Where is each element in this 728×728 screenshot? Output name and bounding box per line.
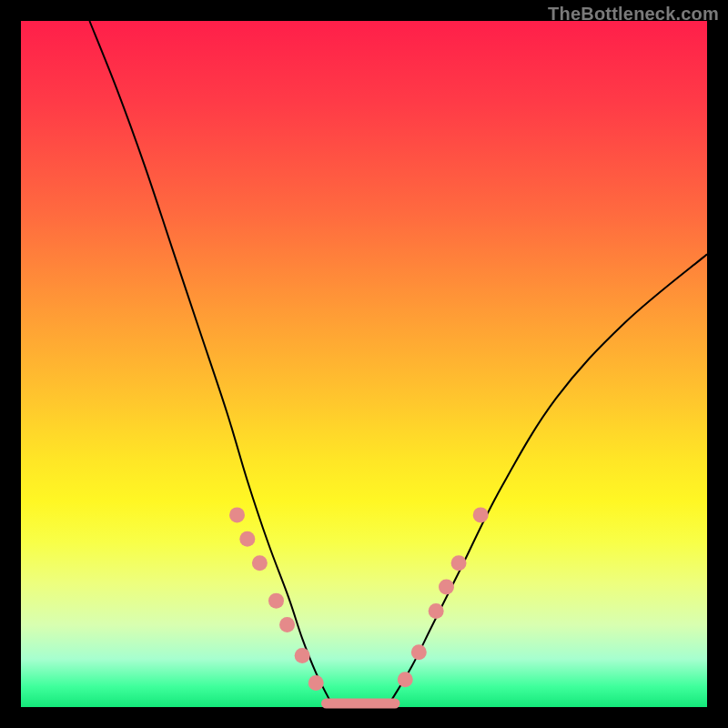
highlight-dot — [473, 507, 489, 522]
highlight-dot — [429, 603, 444, 619]
chart-svg — [21, 21, 707, 707]
curve-left-branch — [89, 21, 329, 700]
watermark-text: TheBottleneck.com — [548, 4, 719, 25]
highlight-dot — [411, 644, 427, 660]
curve-right-branch — [391, 254, 707, 700]
highlight-dot — [252, 555, 268, 571]
highlight-dot — [439, 580, 454, 595]
highlight-dot-group — [229, 507, 489, 691]
highlight-dot — [239, 531, 255, 547]
highlight-dot — [268, 593, 284, 609]
highlight-dot — [398, 672, 413, 687]
highlight-dot — [279, 617, 295, 632]
highlight-dot — [308, 675, 324, 691]
outer-frame: TheBottleneck.com — [0, 0, 728, 728]
highlight-dot — [229, 507, 245, 522]
plot-area — [21, 21, 707, 707]
highlight-dot — [451, 555, 467, 571]
highlight-dot — [295, 648, 310, 663]
